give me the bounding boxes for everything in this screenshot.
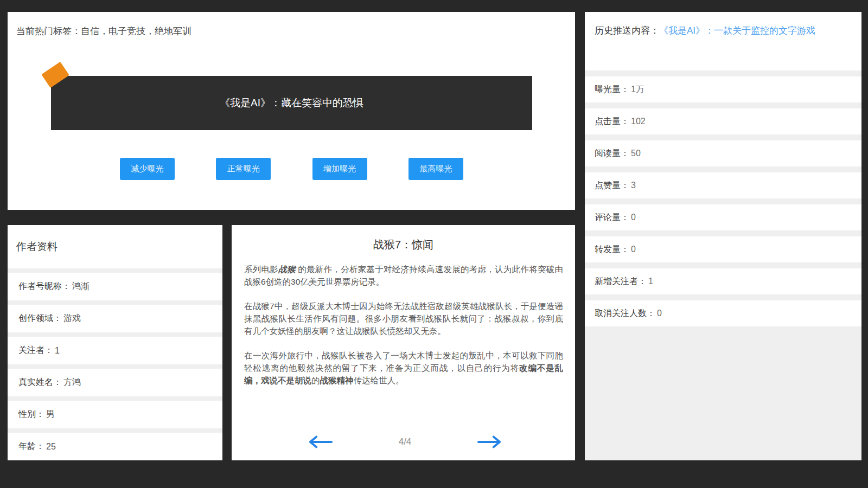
content-banner: 《我是AI》：藏在笑容中的恐惧: [51, 76, 532, 130]
text-segment: 战猴精神: [320, 376, 354, 385]
orange-tape-icon: [41, 62, 69, 88]
field-label: 关注者：: [18, 345, 53, 356]
article-paragraph: 在一次海外旅行中，战猴队长被卷入了一场大木博士发起的叛乱中，本可以救下同胞轻松逃…: [244, 349, 563, 387]
hot-tags-text: 当前热门标签：自信，电子竞技，绝地军训: [16, 25, 192, 37]
right-arrow-icon: [477, 435, 502, 449]
field-value: 男: [46, 409, 55, 420]
article-title: 战猴7：惊闻: [232, 237, 575, 252]
prev-page-button[interactable]: [308, 435, 333, 449]
stat-label: 评论量：: [595, 212, 629, 223]
stat-label: 取消关注人数：: [595, 308, 655, 319]
author-field-row: 真实姓名：方鸿: [8, 369, 222, 396]
stat-row: 阅读量：50: [585, 140, 861, 166]
article-panel: 战猴7：惊闻 系列电影战猴 的最新作，分析家基于对经济持续高速发展的考虑，认为此…: [232, 225, 575, 460]
stat-value: 0: [657, 309, 662, 318]
app-root: 当前热门标签：自信，电子竞技，绝地军训 《我是AI》：藏在笑容中的恐惧 减少曝光…: [0, 0, 868, 488]
stat-value: 102: [631, 117, 646, 126]
field-value: 方鸿: [63, 377, 81, 388]
author-fields: 作者号昵称：鸿渐创作领域：游戏关注者：1真实姓名：方鸿性别：男年龄：25: [8, 273, 222, 460]
increase-exposure-button[interactable]: 增加曝光: [312, 158, 367, 180]
author-field-row: 关注者：1: [8, 337, 222, 364]
stat-label: 点击量：: [595, 116, 629, 127]
stat-row: 点赞量：3: [585, 172, 861, 198]
text-segment: 系列电影: [244, 265, 278, 274]
stat-row: 取消关注人数：0: [585, 300, 861, 326]
left-arrow-icon: [308, 435, 333, 449]
stat-label: 转发量：: [595, 244, 629, 255]
stat-row: 新增关注者：1: [585, 268, 861, 294]
history-stats-panel: 历史推送内容：《我是AI》：一款关于监控的文字游戏 曝光量：1万点击量：102阅…: [585, 12, 861, 460]
page-indicator: 4/4: [399, 436, 412, 447]
stat-row: 点击量：102: [585, 108, 861, 134]
field-value: 游戏: [63, 313, 81, 324]
stat-label: 曝光量：: [595, 84, 629, 95]
article-paragraph: 系列电影战猴 的最新作，分析家基于对经济持续高速发展的考虑，认为此作将突破由战猴…: [244, 263, 563, 288]
stat-value: 50: [631, 149, 641, 158]
max-exposure-button[interactable]: 最高曝光: [409, 158, 463, 180]
field-value: 1: [55, 346, 60, 356]
pagination: 4/4: [308, 432, 502, 452]
stat-row: 曝光量：1万: [585, 76, 861, 102]
author-field-row: 创作领域：游戏: [8, 305, 222, 332]
recommendation-panel: 当前热门标签：自信，电子竞技，绝地军训 《我是AI》：藏在笑容中的恐惧 减少曝光…: [8, 12, 575, 210]
exposure-buttons: 减少曝光正常曝光增加曝光最高曝光: [120, 158, 463, 180]
text-segment: 的: [311, 376, 320, 385]
stat-label: 新增关注者：: [595, 276, 647, 287]
field-label: 年龄：: [18, 441, 44, 452]
field-label: 真实姓名：: [18, 377, 62, 388]
stat-rows: 曝光量：1万点击量：102阅读量：50点赞量：3评论量：0转发量：0新增关注者：…: [585, 76, 861, 326]
history-label: 历史推送内容：: [595, 25, 659, 36]
normal-exposure-button[interactable]: 正常曝光: [216, 158, 271, 180]
banner-title: 《我是AI》：藏在笑容中的恐惧: [220, 96, 363, 110]
history-content-link[interactable]: 《我是AI》：一款关于监控的文字游戏: [659, 25, 815, 36]
field-value: 25: [46, 442, 56, 452]
text-segment: 在战猴7中，超级反派大木博士因为始终无法战胜宿敌超级英雄战猴队长，于是便造谣抹黑…: [244, 301, 563, 336]
reduce-exposure-button[interactable]: 减少曝光: [120, 158, 175, 180]
author-field-row: 性别：男: [8, 401, 222, 428]
field-label: 作者号昵称：: [18, 281, 71, 292]
stat-value: 0: [631, 245, 636, 254]
stat-label: 点赞量：: [595, 180, 629, 191]
text-segment: 战猴: [278, 265, 296, 274]
stat-row: 转发量：0: [585, 236, 861, 262]
author-field-row: 年龄：25: [8, 433, 222, 460]
stat-value: 1万: [631, 84, 644, 95]
author-field-row: 作者号昵称：鸿渐: [8, 273, 222, 300]
history-header: 历史推送内容：《我是AI》：一款关于监控的文字游戏: [585, 12, 861, 70]
text-segment: 传达给世人。: [354, 376, 404, 385]
field-value: 鸿渐: [72, 281, 90, 292]
text-segment: 在一次海外旅行中，战猴队长被卷入了一场大木博士发起的叛乱中，本可以救下同胞轻松逃…: [244, 351, 563, 373]
stat-value: 3: [631, 181, 636, 190]
author-profile-panel: 作者资料 作者号昵称：鸿渐创作领域：游戏关注者：1真实姓名：方鸿性别：男年龄：2…: [8, 225, 222, 460]
field-label: 创作领域：: [18, 313, 62, 324]
stat-value: 1: [648, 277, 653, 286]
next-page-button[interactable]: [477, 435, 502, 449]
article-body: 系列电影战猴 的最新作，分析家基于对经济持续高速发展的考虑，认为此作将突破由战猴…: [244, 263, 563, 399]
field-label: 性别：: [18, 409, 44, 420]
article-paragraph: 在战猴7中，超级反派大木博士因为始终无法战胜宿敌超级英雄战猴队长，于是便造谣抹黑…: [244, 300, 563, 337]
stat-row: 评论量：0: [585, 204, 861, 230]
stat-label: 阅读量：: [595, 148, 629, 159]
stat-value: 0: [631, 213, 636, 222]
author-panel-title: 作者资料: [8, 225, 222, 268]
